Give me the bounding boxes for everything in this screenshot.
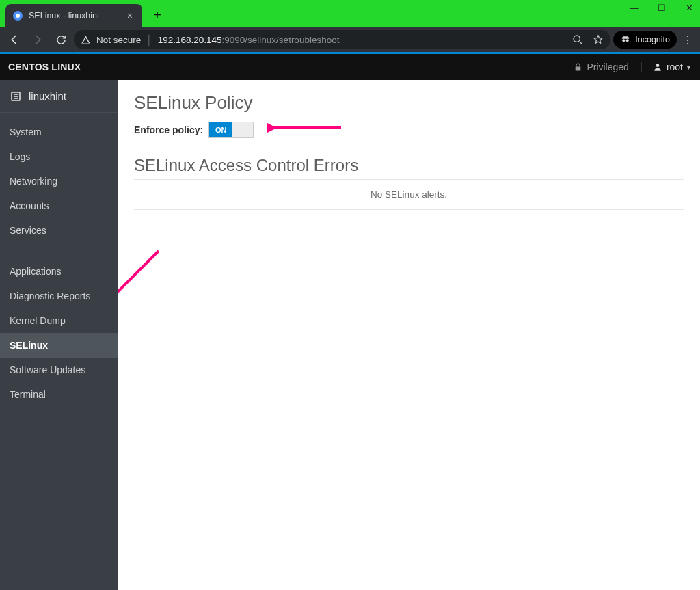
- toggle-off-side: [232, 122, 253, 137]
- sidebar-item-applications[interactable]: Applications: [0, 259, 118, 284]
- browser-menu-icon[interactable]: ⋮: [679, 33, 696, 46]
- sidebar-item-selinux[interactable]: SELinux: [0, 333, 118, 358]
- user-menu[interactable]: root ▾: [641, 62, 690, 72]
- host-selector[interactable]: linuxhint: [0, 80, 118, 113]
- app-topbar: CENTOS LINUX Privileged root ▾: [0, 52, 700, 80]
- svg-point-5: [656, 64, 660, 67]
- main-content: SELinux Policy Enforce policy: ON SELinu…: [118, 80, 700, 590]
- incognito-label: Incognito: [635, 35, 670, 44]
- sidebar-item-kernel-dump[interactable]: Kernel Dump: [0, 308, 118, 333]
- address-separator: │: [146, 35, 152, 45]
- sidebar-item-accounts[interactable]: Accounts: [0, 193, 118, 218]
- sidebar: linuxhint SystemLogsNetworkingAccountsSe…: [0, 80, 118, 590]
- address-bar[interactable]: Not secure │ 192.168.20.145:9090/selinux…: [74, 30, 610, 49]
- window-close-icon[interactable]: ✕: [682, 3, 696, 13]
- window-titlebar: SELinux - linuxhint × + — ☐ ✕: [0, 0, 700, 27]
- incognito-icon: [620, 34, 631, 45]
- sidebar-item-diagnostic-reports[interactable]: Diagnostic Reports: [0, 284, 118, 308]
- brand-label: CENTOS LINUX: [0, 62, 81, 72]
- svg-point-2: [574, 36, 580, 42]
- server-icon: [10, 90, 22, 103]
- not-secure-icon: [81, 35, 91, 45]
- zoom-icon[interactable]: [572, 34, 583, 45]
- browser-toolbar: Not secure │ 192.168.20.145:9090/selinux…: [0, 27, 700, 52]
- browser-tab[interactable]: SELinux - linuxhint ×: [5, 4, 142, 27]
- privileged-indicator[interactable]: Privileged: [574, 62, 628, 72]
- window-controls: — ☐ ✕: [628, 3, 696, 13]
- sidebar-item-networking[interactable]: Networking: [0, 169, 118, 193]
- window-maximize-icon[interactable]: ☐: [655, 3, 669, 13]
- svg-point-4: [626, 39, 629, 42]
- sidebar-item-software-updates[interactable]: Software Updates: [0, 358, 118, 382]
- window-minimize-icon[interactable]: —: [628, 3, 641, 13]
- empty-alerts-message: No SELinux alerts.: [134, 180, 684, 210]
- tab-title: SELinux - linuxhint: [29, 11, 100, 21]
- not-secure-label: Not secure: [96, 35, 141, 45]
- sidebar-item-logs[interactable]: Logs: [0, 144, 118, 169]
- user-icon: [653, 62, 662, 72]
- sidebar-item-terminal[interactable]: Terminal: [0, 382, 118, 407]
- tab-favicon-icon: [12, 10, 23, 21]
- enforce-policy-row: Enforce policy: ON: [134, 122, 684, 138]
- incognito-indicator[interactable]: Incognito: [613, 31, 677, 49]
- url-host: 192.168.20.145: [158, 35, 222, 45]
- nav-back-icon[interactable]: [4, 29, 25, 50]
- nav-forward-icon[interactable]: [27, 29, 48, 50]
- enforce-policy-toggle[interactable]: ON: [208, 122, 254, 138]
- bookmark-star-icon[interactable]: [593, 34, 604, 45]
- lock-icon: [574, 63, 582, 72]
- annotation-arrow-icon: [118, 244, 165, 319]
- new-tab-button[interactable]: +: [148, 5, 167, 25]
- sidebar-item-services[interactable]: Services: [0, 218, 118, 243]
- annotation-arrow-icon: [267, 121, 342, 135]
- hostname-label: linuxhint: [29, 90, 66, 102]
- privileged-label: Privileged: [587, 62, 628, 72]
- sidebar-item-system[interactable]: System: [0, 120, 118, 144]
- username-label: root: [667, 62, 683, 72]
- nav-reload-icon[interactable]: [51, 29, 71, 50]
- tab-close-icon[interactable]: ×: [124, 10, 135, 21]
- svg-line-11: [118, 251, 159, 312]
- svg-point-3: [623, 39, 625, 42]
- toggle-on-label: ON: [209, 122, 232, 137]
- page-heading-errors: SELinux Access Control Errors: [134, 156, 684, 175]
- enforce-policy-label: Enforce policy:: [134, 124, 203, 135]
- page-heading-policy: SELinux Policy: [134, 92, 684, 113]
- chevron-down-icon: ▾: [687, 64, 690, 71]
- svg-point-1: [16, 14, 20, 18]
- url-path: :9090/selinux/setroubleshoot: [222, 35, 340, 45]
